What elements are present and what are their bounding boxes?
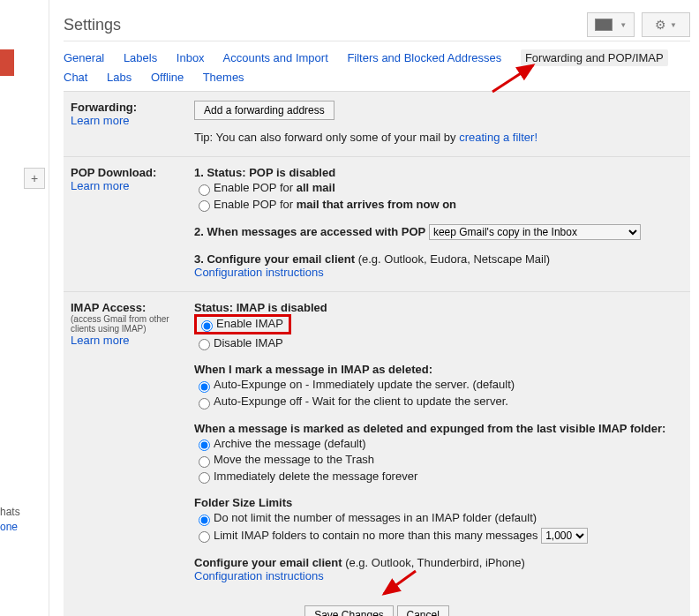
pop-enable-now-radio[interactable] — [199, 200, 210, 212]
pop-enable-all-radio[interactable] — [199, 184, 210, 196]
cancel-button[interactable]: Cancel — [397, 605, 449, 616]
imap-status-label: Status: — [194, 301, 237, 314]
forwarding-learn-more[interactable]: Learn more — [71, 114, 185, 127]
imap-config-link[interactable]: Configuration instructions — [194, 569, 683, 582]
imap-expunged-header: When a message is marked as deleted and … — [194, 422, 683, 435]
pop-status-value: POP is disabled — [249, 166, 335, 179]
tab-themes[interactable]: Themes — [203, 71, 244, 84]
expunged-delete-label: Immediately delete the message forever — [214, 470, 417, 483]
imap-learn-more[interactable]: Learn more — [71, 334, 185, 347]
compose-indicator — [0, 49, 14, 76]
folder-limit-header: Folder Size Limits — [194, 496, 683, 509]
pop-config-paren: (e.g. Outlook, Eudora, Netscape Mail) — [358, 252, 551, 266]
pop-config-link[interactable]: Configuration instructions — [194, 266, 683, 279]
imap-config-paren: (e.g. Outlook, Thunderbird, iPhone) — [345, 556, 525, 569]
save-changes-button[interactable]: Save Changes — [304, 605, 394, 616]
imap-enable-radio[interactable] — [201, 320, 213, 332]
input-tools-button[interactable]: ▼ — [587, 12, 635, 37]
folder-limit-label: Limit IMAP folders to contain no more th… — [214, 529, 538, 542]
expunged-archive-radio[interactable] — [199, 439, 210, 451]
imap-disable-label: Disable IMAP — [214, 336, 283, 349]
pop-enable-now-pre: Enable POP for — [214, 198, 297, 211]
imap-enable-label: Enable IMAP — [216, 317, 283, 330]
enable-imap-highlight: Enable IMAP — [194, 314, 291, 334]
expunged-trash-label: Move the message to the Trash — [214, 453, 374, 466]
page-title: Settings — [64, 16, 580, 34]
tab-general[interactable]: General — [64, 51, 104, 64]
tab-filters[interactable]: Filters and Blocked Addresses — [347, 51, 501, 64]
settings-tabs: General Labels Inbox Accounts and Import… — [64, 41, 690, 91]
settings-gear-button[interactable]: ⚙ ▼ — [642, 12, 690, 37]
tab-labs[interactable]: Labs — [107, 71, 132, 84]
imap-label: IMAP Access: — [71, 301, 185, 314]
expunge-off-label: Auto-Expunge off - Wait for the client t… — [214, 394, 508, 408]
folder-nolimit-radio[interactable] — [199, 515, 210, 526]
pop-access-label: 2. When messages are accessed with POP — [194, 225, 425, 238]
keyboard-icon — [595, 19, 613, 31]
pop-access-select[interactable]: keep Gmail's copy in the Inbox — [429, 224, 641, 240]
chat-plus-button[interactable]: + — [24, 168, 45, 189]
folder-limit-select[interactable]: 1,000 — [541, 528, 588, 544]
pop-label: POP Download: — [71, 166, 185, 179]
add-forwarding-button[interactable]: Add a forwarding address — [194, 101, 334, 120]
pop-enable-now-bold: mail that arrives from now on — [297, 198, 456, 211]
pop-enable-all-bold: all mail — [297, 181, 335, 194]
left-text-one[interactable]: one — [0, 521, 18, 533]
expunge-on-label: Auto-Expunge on - Immediately update the… — [214, 378, 515, 391]
imap-config-label: Configure your email client — [194, 556, 345, 569]
expunged-archive-label: Archive the message (default) — [214, 437, 366, 450]
folder-nolimit-label: Do not limit the number of messages in a… — [214, 511, 537, 524]
creating-filter-link[interactable]: creating a filter! — [459, 131, 537, 144]
tab-labels[interactable]: Labels — [124, 51, 157, 64]
chevron-down-icon: ▼ — [670, 21, 677, 29]
expunge-on-radio[interactable] — [199, 381, 210, 393]
gear-icon: ⚙ — [655, 18, 666, 32]
imap-status-value: IMAP is disabled — [237, 301, 327, 314]
imap-mark-header: When I mark a message in IMAP as deleted… — [194, 363, 683, 376]
forwarding-tip: Tip: You can also forward only some of y… — [194, 131, 459, 144]
imap-disable-radio[interactable] — [199, 339, 210, 350]
expunged-trash-radio[interactable] — [199, 456, 210, 468]
tab-chat[interactable]: Chat — [64, 71, 87, 84]
forwarding-label: Forwarding: — [71, 101, 185, 114]
tab-accounts[interactable]: Accounts and Import — [223, 51, 328, 64]
pop-learn-more[interactable]: Learn more — [71, 179, 185, 192]
tab-forwarding[interactable]: Forwarding and POP/IMAP — [521, 49, 668, 66]
pop-enable-all-pre: Enable POP for — [214, 181, 297, 194]
tab-offline[interactable]: Offline — [151, 71, 184, 84]
pop-status-label: 1. Status: — [194, 166, 249, 179]
tab-inbox[interactable]: Inbox — [177, 51, 205, 64]
left-text-hats: hats — [0, 506, 20, 518]
folder-limit-radio[interactable] — [199, 531, 210, 543]
expunged-delete-radio[interactable] — [199, 472, 210, 484]
chevron-down-icon: ▼ — [620, 21, 627, 29]
pop-config-label: 3. Configure your email client — [194, 252, 358, 266]
expunge-off-radio[interactable] — [199, 398, 210, 409]
imap-sublabel: (access Gmail from other clients using I… — [71, 314, 185, 334]
